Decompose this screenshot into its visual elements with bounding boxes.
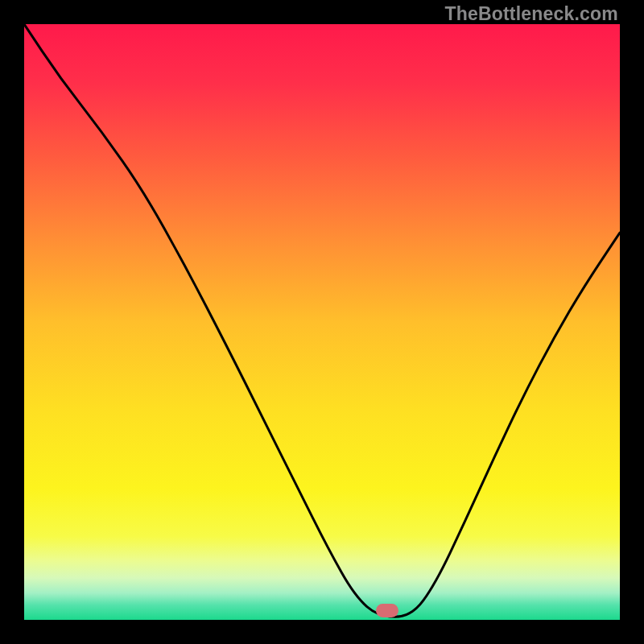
chart-frame: TheBottleneck.com [0, 0, 644, 644]
minimum-marker [376, 604, 398, 617]
plot-area [24, 24, 620, 620]
bottleneck-curve [24, 24, 620, 620]
watermark-text: TheBottleneck.com [444, 3, 618, 25]
